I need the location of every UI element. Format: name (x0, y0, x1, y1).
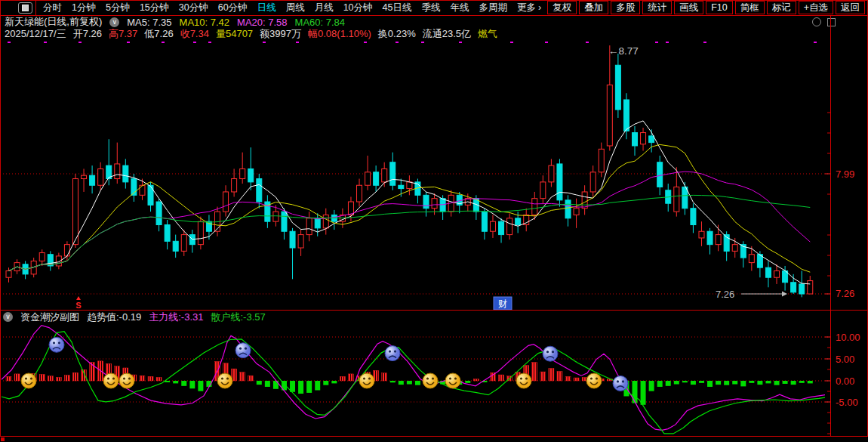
tab-60min[interactable]: 60分钟 (218, 2, 248, 14)
ma20-value: MA20: 7.58 (237, 17, 288, 28)
candlestick-chart[interactable]: 7.997.26←8.777.26S财 (0, 41, 868, 310)
quote-sector: 燃气 (478, 27, 497, 41)
smiley-face-icon (586, 373, 602, 388)
quote-high: 高7.37 (109, 27, 137, 41)
svg-text:财: 财 (498, 298, 507, 309)
tab-monthly[interactable]: 月线 (315, 2, 334, 14)
subchart-header: ∨ 资金潮汐副图 趋势值:-0.19 主力线:-3.31 散户线:-3.57 (0, 310, 868, 323)
panel-icon[interactable] (827, 18, 836, 26)
smiley-face-icon (516, 373, 531, 388)
trading-app-window: 分时 1分钟 5分钟 15分钟 30分钟 60分钟 日线 周线 月线 10分钟 … (0, 0, 868, 442)
chevron-down-icon[interactable]: ∨ (109, 17, 119, 27)
tab-15min[interactable]: 15分钟 (140, 2, 169, 14)
toolbar: 分时 1分钟 5分钟 15分钟 30分钟 60分钟 日线 周线 月线 10分钟 … (0, 0, 868, 16)
tab-1min[interactable]: 1分钟 (72, 2, 96, 14)
sad-face-icon (385, 346, 400, 361)
trend-value: 趋势值:-0.19 (87, 311, 141, 324)
smiley-face-icon (103, 373, 119, 388)
peak-price-label: ←8.77 (608, 45, 639, 57)
sub-axis-label: 0.00 (836, 376, 854, 387)
action-drawline-button[interactable]: 画线 (674, 1, 703, 14)
tab-multiperiod[interactable]: 多周期 (479, 2, 507, 14)
quote-open: 开7.26 (73, 27, 102, 41)
ma60-value: MA60: 7.84 (295, 17, 346, 28)
quote-row: 2025/12/17/三 开7.26 高7.37 低7.26 收7.34 量54… (5, 28, 497, 40)
stock-info-row: 新天绿能(日线,前复权) ∨ MA5: 7.35 MA10: 7.42 MA20… (5, 16, 345, 28)
tab-weekly[interactable]: 周线 (286, 2, 305, 14)
bottom-strip (0, 436, 868, 442)
chart-corner-icons (812, 17, 836, 26)
ma5-line (9, 121, 811, 284)
fund-tide-subchart[interactable]: 10.005.000.00-5.00 (0, 323, 868, 436)
action-stats-button[interactable]: 统计 (642, 1, 672, 14)
quote-turnover: 换0.23% (378, 27, 416, 41)
tab-30min[interactable]: 30分钟 (179, 2, 208, 14)
tab-quarterly[interactable]: 季线 (421, 2, 440, 14)
sad-face-icon (543, 346, 558, 361)
smiley-face-icon (359, 373, 374, 388)
smiley-face-icon (445, 373, 460, 388)
smiley-face-icon (119, 373, 134, 388)
sad-face-icon (49, 337, 64, 352)
top-signal-dots (8, 42, 817, 43)
candles (6, 45, 813, 297)
menu-more-label: 更多 (517, 2, 536, 13)
toolbar-divider (35, 0, 36, 15)
smiley-face-icon (423, 373, 438, 388)
menu-more[interactable]: 更多› (517, 2, 541, 14)
ma10-value: MA10: 7.42 (180, 17, 230, 28)
price-axis-line (830, 15, 831, 436)
chevron-down-icon[interactable]: ∨ (3, 312, 13, 322)
quote-volume: 量54707 (216, 27, 253, 41)
retail-line-value: 散户线:-3.57 (211, 311, 266, 324)
sad-face-icon (235, 343, 251, 358)
quote-date: 2025/12/17/三 (5, 27, 66, 41)
action-addwatch-button[interactable]: +自选 (799, 1, 833, 14)
bottom-marker (1, 437, 5, 441)
sub-axis-label: -5.00 (836, 397, 858, 408)
quote-amount: 额3997万 (260, 27, 301, 41)
signal-marker-s: S (75, 296, 81, 310)
axis-price-label: 7.26 (836, 288, 854, 299)
price-axis: 7.997.26 (825, 113, 854, 299)
sub-axis-label: 10.00 (836, 332, 860, 343)
action-buttons: 复权 叠加 多股 统计 画线 F10 简框 标记 +自选 返回 (547, 1, 865, 14)
mainforce-line-value: 主力线:-3.31 (149, 311, 203, 324)
action-multistock-button[interactable]: 多股 (611, 1, 640, 14)
cai-badge: 财 (494, 297, 512, 310)
circle-icon[interactable] (812, 17, 821, 26)
action-fuquan-button[interactable]: 复权 (547, 1, 577, 14)
quote-low: 低7.26 (144, 27, 173, 41)
window-icon[interactable] (18, 2, 32, 14)
svg-text:S: S (75, 301, 81, 310)
action-back-button[interactable]: 返回 (836, 1, 865, 14)
quote-change: 幅0.08(1.10%) (308, 27, 371, 41)
tab-yearly[interactable]: 年线 (450, 2, 469, 14)
low-price-marker: 7.26 (716, 289, 787, 300)
tab-45day[interactable]: 45日线 (383, 2, 412, 14)
action-mark-button[interactable]: 标记 (767, 1, 796, 14)
smiley-face-icon (217, 373, 232, 388)
action-simpleframe-button[interactable]: 简框 (735, 1, 765, 14)
subchart-title: 资金潮汐副图 (20, 311, 79, 324)
tab-10min[interactable]: 10分钟 (343, 2, 373, 14)
quote-float: 流通23.5亿 (423, 27, 471, 41)
svg-text:7.26: 7.26 (716, 289, 734, 300)
quote-close: 收7.34 (180, 27, 209, 41)
ma10-line (9, 144, 811, 272)
timeframe-menu: 分时 1分钟 5分钟 15分钟 30分钟 60分钟 日线 周线 月线 10分钟 … (43, 2, 541, 14)
action-overlay-button[interactable]: 叠加 (579, 1, 608, 14)
ma60-line (9, 195, 811, 270)
ma5-value: MA5: 7.35 (127, 17, 171, 28)
axis-price-label: 7.99 (836, 168, 854, 180)
chevron-right-icon: › (538, 2, 541, 13)
tab-daily[interactable]: 日线 (257, 2, 276, 14)
smiley-face-icon (21, 373, 36, 388)
sub-axis-label: 5.00 (836, 354, 854, 365)
tab-fenshi[interactable]: 分时 (43, 2, 62, 14)
action-f10-button[interactable]: F10 (706, 1, 733, 14)
sad-face-icon (613, 376, 628, 391)
window-icon-inner (22, 5, 29, 11)
tab-5min[interactable]: 5分钟 (106, 2, 130, 14)
